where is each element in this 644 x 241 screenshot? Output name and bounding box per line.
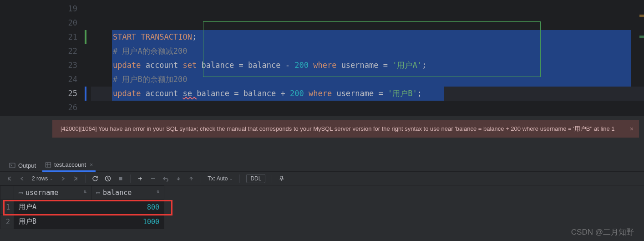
sql-op: = bbox=[238, 61, 243, 70]
column-icon: ▭ bbox=[96, 189, 100, 197]
sql-comment: # 用户A的余额减200 bbox=[113, 46, 187, 56]
sql-punct: ; bbox=[422, 61, 426, 70]
sql-op: = bbox=[383, 61, 388, 70]
revert-button[interactable] bbox=[162, 175, 169, 182]
line-number: 21 bbox=[0, 30, 91, 44]
row-number: 1 bbox=[0, 200, 14, 215]
sql-ident: account bbox=[141, 61, 183, 70]
sql-keyword: TRANSACTION bbox=[136, 32, 192, 41]
pin-button[interactable] bbox=[279, 175, 285, 182]
sort-icon[interactable]: ⇅ bbox=[156, 189, 159, 195]
sql-op: - bbox=[285, 61, 290, 70]
delete-row-button[interactable] bbox=[150, 175, 156, 182]
table-icon bbox=[45, 162, 51, 168]
line-number: 23 bbox=[0, 58, 91, 72]
sql-comment: # 用户B的余额加200 bbox=[113, 75, 187, 84]
sql-ident: username bbox=[336, 61, 383, 70]
svg-rect-5 bbox=[119, 177, 122, 180]
stop-button[interactable] bbox=[117, 175, 124, 182]
sql-ident: balance bbox=[197, 61, 238, 70]
last-page-button[interactable] bbox=[72, 175, 79, 182]
line-number: 20 bbox=[0, 16, 91, 30]
sort-icon[interactable]: ⇅ bbox=[83, 189, 86, 195]
sql-keyword: set bbox=[183, 61, 197, 70]
marker-ok bbox=[639, 36, 644, 38]
sql-keyword: update bbox=[113, 61, 141, 70]
sql-op: = bbox=[379, 89, 383, 98]
line-number: 25 bbox=[0, 87, 91, 101]
sql-ident: balance bbox=[197, 89, 234, 98]
tab-test-account[interactable]: test.account × bbox=[42, 159, 96, 172]
first-page-button[interactable] bbox=[6, 175, 13, 182]
svg-rect-0 bbox=[10, 163, 15, 168]
sql-ident: username bbox=[332, 89, 378, 98]
error-notification: [42000][1064] You have an error in your … bbox=[52, 120, 639, 138]
sql-keyword: where bbox=[313, 61, 336, 70]
line-number-gutter: 19 20 21 22 23 24 25 26 bbox=[0, 0, 91, 116]
code-editor[interactable]: 19 20 21 22 23 24 25 26 START TRANSACTIO… bbox=[0, 0, 644, 116]
sql-punct: ; bbox=[417, 89, 422, 98]
result-grid-wrapper: ▭username⇅ ▭balance⇅ 1 用户A 800 2 用户B 100… bbox=[0, 185, 644, 229]
tab-output[interactable]: Output bbox=[6, 159, 39, 172]
cell-username[interactable]: 用户B bbox=[14, 215, 91, 229]
sql-number: 200 bbox=[285, 89, 309, 98]
tx-mode-label: Tx: Auto bbox=[208, 175, 228, 182]
table-row[interactable]: 1 用户A 800 bbox=[0, 200, 164, 215]
tab-label: Output bbox=[18, 162, 36, 169]
row-count-dropdown[interactable]: 2 rows ⌄ bbox=[32, 175, 53, 182]
next-page-button[interactable] bbox=[60, 175, 66, 182]
sql-error-token: se bbox=[183, 89, 197, 98]
sql-ident: balance bbox=[238, 89, 280, 98]
sql-op: + bbox=[281, 89, 285, 98]
reload-button[interactable] bbox=[92, 175, 98, 182]
ddl-label: DDL bbox=[250, 175, 261, 182]
sql-string: '用户A' bbox=[388, 61, 422, 70]
sql-ident: balance bbox=[243, 61, 285, 70]
result-grid[interactable]: ▭username⇅ ▭balance⇅ 1 用户A 800 2 用户B 100… bbox=[0, 185, 164, 229]
column-icon: ▭ bbox=[19, 189, 23, 197]
close-icon[interactable]: × bbox=[630, 125, 634, 133]
svg-rect-1 bbox=[46, 163, 51, 167]
sql-op: = bbox=[234, 89, 238, 98]
data-grid-toolbar: 2 rows ⌄ Tx: Auto ⌄ DDL bbox=[0, 172, 644, 185]
header-row: ▭username⇅ ▭balance⇅ bbox=[0, 186, 164, 200]
code-content[interactable]: START TRANSACTION; # 用户A的余额减200 update a… bbox=[91, 0, 644, 116]
sql-string: '用户B' bbox=[383, 89, 417, 98]
error-message: [42000][1064] You have an error in your … bbox=[61, 125, 615, 132]
cell-username[interactable]: 用户A bbox=[14, 200, 91, 215]
cell-balance[interactable]: 800 bbox=[91, 200, 164, 215]
sql-punct: ; bbox=[192, 32, 197, 41]
prev-page-button[interactable] bbox=[19, 175, 25, 182]
corner-cell bbox=[0, 186, 14, 200]
line-number: 19 bbox=[0, 2, 91, 16]
marker-warning bbox=[639, 15, 644, 17]
submit-button[interactable] bbox=[188, 175, 194, 182]
auto-commit-button[interactable] bbox=[105, 175, 111, 182]
tab-label: test.account bbox=[54, 161, 86, 168]
result-tabs: Output test.account × bbox=[0, 159, 644, 172]
sql-keyword: START bbox=[113, 32, 136, 41]
terminal-icon bbox=[9, 162, 15, 169]
line-number: 24 bbox=[0, 72, 91, 87]
sql-number: 200 bbox=[290, 61, 313, 70]
sql-ident: account bbox=[141, 89, 183, 98]
add-row-button[interactable] bbox=[137, 175, 143, 182]
line-number: 26 bbox=[0, 101, 91, 115]
cell-balance[interactable]: 1000 bbox=[91, 215, 164, 229]
table-row[interactable]: 2 用户B 1000 bbox=[0, 215, 164, 229]
column-header-username[interactable]: ▭username⇅ bbox=[14, 186, 91, 200]
column-label: balance bbox=[103, 189, 132, 197]
sql-keyword: where bbox=[309, 89, 332, 98]
row-count-label: 2 rows bbox=[32, 175, 48, 182]
close-icon[interactable]: × bbox=[90, 162, 93, 168]
line-number: 22 bbox=[0, 44, 91, 58]
ddl-button[interactable]: DDL bbox=[246, 174, 265, 183]
column-label: username bbox=[25, 189, 58, 197]
row-number: 2 bbox=[0, 215, 14, 229]
sql-keyword: update bbox=[113, 89, 141, 98]
tx-mode-dropdown[interactable]: Tx: Auto ⌄ bbox=[208, 175, 233, 182]
commit-button[interactable] bbox=[175, 175, 182, 182]
column-header-balance[interactable]: ▭balance⇅ bbox=[91, 186, 164, 200]
